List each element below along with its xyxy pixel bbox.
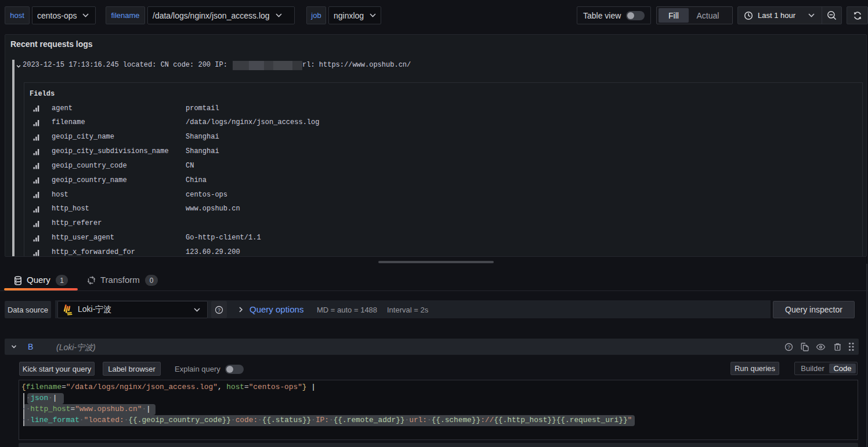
svg-text:?: ? xyxy=(218,307,220,312)
svg-text:?: ? xyxy=(787,344,790,350)
